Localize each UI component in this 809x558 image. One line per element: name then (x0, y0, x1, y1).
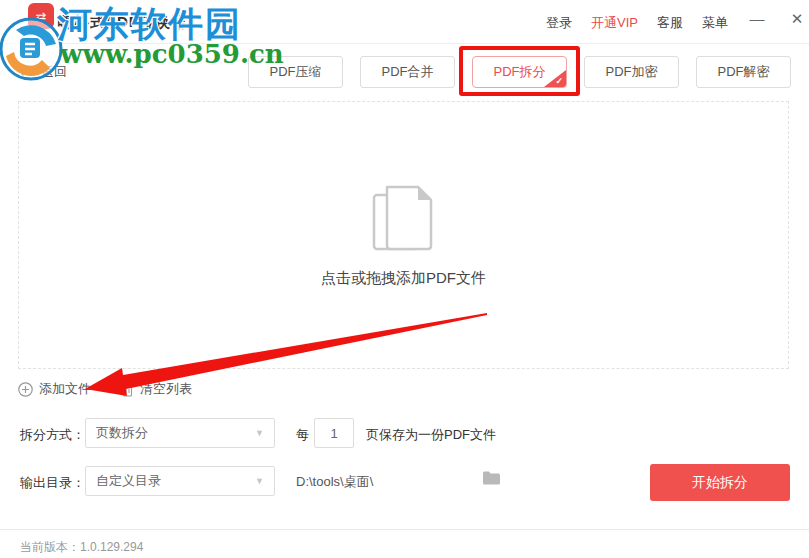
support-link[interactable]: 客服 (657, 14, 683, 32)
back-button[interactable]: ← 返回 (18, 63, 67, 81)
folder-icon (483, 471, 500, 485)
titlebar: ⇄ 嗨格式PDF转换器 登录 开通VIP 客服 菜单 — ✕ (0, 0, 809, 44)
add-file-icon (18, 382, 33, 397)
tab-pdf-decrypt[interactable]: PDF解密 (696, 56, 791, 88)
every-label: 每 (296, 426, 309, 444)
trash-icon (121, 382, 134, 397)
output-dir-value: 自定义目录 (96, 472, 161, 490)
dropzone-hint: 点击或拖拽添加PDF文件 (321, 269, 486, 288)
add-file-label: 添加文件 (39, 380, 91, 398)
output-path: D:\tools\桌面\ (296, 473, 373, 491)
tab-pdf-encrypt[interactable]: PDF加密 (584, 56, 679, 88)
close-button[interactable]: ✕ (788, 10, 806, 28)
window-controls: — ✕ (748, 10, 806, 28)
tab-pdf-merge[interactable]: PDF合并 (360, 56, 455, 88)
chevron-down-icon: ▼ (255, 476, 264, 486)
clear-list-label: 清空列表 (140, 380, 192, 398)
start-split-button[interactable]: 开始拆分 (650, 464, 790, 501)
browse-folder-button[interactable] (483, 471, 500, 489)
vip-link[interactable]: 开通VIP (591, 14, 638, 32)
tab-pdf-split[interactable]: PDF拆分 ✓ (472, 56, 567, 88)
check-icon: ✓ (555, 76, 563, 86)
split-mode-select[interactable]: 页数拆分 ▼ (85, 418, 275, 448)
clear-list-button[interactable]: 清空列表 (121, 380, 192, 398)
titlebar-links: 登录 开通VIP 客服 菜单 (546, 14, 728, 32)
split-mode-label: 拆分方式： (20, 426, 85, 444)
file-actions: 添加文件 清空列表 (18, 380, 192, 398)
pdf-dropzone[interactable]: 点击或拖拽添加PDF文件 (18, 101, 789, 369)
chevron-down-icon: ▼ (255, 428, 264, 438)
add-file-button[interactable]: 添加文件 (18, 380, 91, 398)
pages-per-file-input[interactable] (314, 418, 354, 448)
back-arrow-icon: ← (18, 63, 34, 81)
menu-link[interactable]: 菜单 (702, 14, 728, 32)
back-label: 返回 (41, 63, 67, 81)
app-title: 嗨格式PDF转换器 (58, 13, 187, 32)
login-link[interactable]: 登录 (546, 14, 572, 32)
app-logo-icon: ⇄ (28, 3, 54, 29)
minimize-button[interactable]: — (748, 10, 766, 28)
pages-suffix-label: 页保存为一份PDF文件 (366, 426, 496, 444)
app-window: ⇄ 嗨格式PDF转换器 登录 开通VIP 客服 菜单 — ✕ 河东软件园 www… (0, 0, 809, 558)
tab-pdf-compress[interactable]: PDF压缩 (248, 56, 343, 88)
output-dir-label: 输出目录： (20, 474, 85, 492)
statusbar: 当前版本：1.0.129.294 (0, 529, 809, 558)
function-tabs: PDF压缩 PDF合并 PDF拆分 ✓ PDF加密 PDF解密 (248, 56, 791, 88)
split-mode-value: 页数拆分 (96, 424, 148, 442)
document-stack-icon (371, 183, 437, 253)
output-dir-select[interactable]: 自定义目录 ▼ (85, 466, 275, 496)
version-text: 当前版本：1.0.129.294 (20, 539, 143, 556)
